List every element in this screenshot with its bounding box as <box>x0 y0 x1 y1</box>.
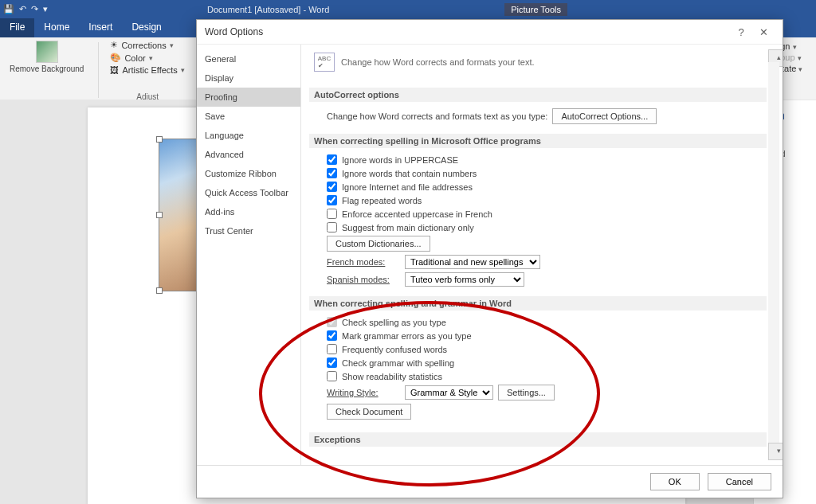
tab-design[interactable]: Design <box>122 18 171 37</box>
spanish-modes-select[interactable]: Tuteo verb forms only <box>405 272 524 287</box>
resize-handle[interactable] <box>156 212 163 218</box>
proofing-banner-text: Change how Word corrects and formats you… <box>341 57 535 67</box>
autocorrect-heading: AutoCorrect options <box>309 88 767 102</box>
word-opt-checkbox-3[interactable] <box>327 357 337 368</box>
options-nav: GeneralDisplayProofingSaveLanguageAdvanc… <box>197 45 301 465</box>
office-opt-checkbox-4[interactable] <box>327 209 337 219</box>
options-nav-proofing[interactable]: Proofing <box>197 88 300 107</box>
exceptions-heading: Exceptions <box>309 432 767 447</box>
options-nav-trust-center[interactable]: Trust Center <box>197 221 300 240</box>
ok-button[interactable]: OK <box>650 473 700 490</box>
custom-dictionaries-button[interactable]: Custom Dictionaries... <box>327 236 430 252</box>
remove-background-label: Remove Background <box>10 64 84 73</box>
word-opt-checkbox-2[interactable] <box>327 344 337 354</box>
spelling-office-heading: When correcting spelling in Microsoft Of… <box>309 134 767 148</box>
remove-background-button[interactable]: Remove Background <box>5 39 88 75</box>
proofing-icon: ABC✔ <box>314 53 335 72</box>
cancel-button[interactable]: Cancel <box>708 473 771 490</box>
autocorrect-options-button[interactable]: AutoCorrect Options... <box>552 108 657 124</box>
options-nav-display[interactable]: Display <box>197 68 300 88</box>
color-button[interactable]: 🎨Color▾ <box>108 52 186 64</box>
spelling-word-heading: When correcting spelling and grammar in … <box>309 296 767 311</box>
options-nav-general[interactable]: General <box>197 49 300 68</box>
tab-home[interactable]: Home <box>34 18 79 37</box>
color-icon: 🎨 <box>110 53 121 63</box>
window-title: Document1 [Autosaved] - Word <box>207 5 329 14</box>
scroll-down-button[interactable]: ▾ <box>768 443 783 460</box>
office-opt-label-4: Enforce accented uppercase in French <box>342 209 492 219</box>
writing-style-select[interactable]: Grammar & Style <box>405 385 493 400</box>
word-opt-label-0: Check spelling as you type <box>342 318 446 327</box>
options-nav-language[interactable]: Language <box>197 126 300 145</box>
office-opt-checkbox-5[interactable] <box>327 222 337 232</box>
artistic-icon: 🖼 <box>110 65 119 75</box>
tab-file[interactable]: File <box>0 18 34 37</box>
word-opt-checkbox-0[interactable] <box>327 317 337 327</box>
qat-customize-icon[interactable]: ▾ <box>43 4 48 14</box>
close-button[interactable]: ✕ <box>752 26 775 38</box>
office-opt-label-2: Ignore Internet and file addresses <box>342 182 473 192</box>
office-opt-label-1: Ignore words that contain numbers <box>342 169 477 178</box>
brightness-icon: ☀ <box>110 40 118 50</box>
word-opt-label-2: Frequently confused words <box>342 345 447 354</box>
office-opt-checkbox-1[interactable] <box>327 168 337 178</box>
word-opt-label-3: Check grammar with spelling <box>342 358 454 368</box>
options-nav-advanced[interactable]: Advanced <box>197 145 300 164</box>
office-opt-label-3: Flag repeated words <box>342 196 422 205</box>
options-nav-save[interactable]: Save <box>197 107 300 126</box>
word-opt-label-4: Show readability statistics <box>342 372 442 381</box>
office-opt-checkbox-3[interactable] <box>327 195 337 205</box>
redo-icon[interactable]: ↷ <box>31 4 38 14</box>
options-nav-add-ins[interactable]: Add-ins <box>197 202 300 221</box>
options-nav-quick-access-toolbar[interactable]: Quick Access Toolbar <box>197 183 300 202</box>
office-opt-checkbox-2[interactable] <box>327 182 337 192</box>
dialog-scrollbar[interactable]: ▴ ▾ <box>768 49 779 460</box>
word-options-dialog: Word Options ? ✕ GeneralDisplayProofingS… <box>196 19 783 498</box>
save-icon[interactable]: 💾 <box>3 4 14 14</box>
spanish-modes-label: Spanish modes: <box>327 275 400 284</box>
corrections-button[interactable]: ☀Corrections▾ <box>108 39 186 51</box>
options-nav-customize-ribbon[interactable]: Customize Ribbon <box>197 164 300 183</box>
office-opt-label-0: Ignore words in UPPERCASE <box>342 155 458 165</box>
french-modes-select[interactable]: Traditional and new spellings <box>405 255 540 269</box>
french-modes-label: French modes: <box>327 257 400 267</box>
help-button[interactable]: ? <box>730 26 752 38</box>
dialog-title: Word Options <box>205 26 263 37</box>
word-opt-checkbox-4[interactable] <box>327 371 337 381</box>
tab-insert[interactable]: Insert <box>79 18 122 37</box>
undo-icon[interactable]: ↶ <box>19 4 26 14</box>
office-opt-label-5: Suggest from main dictionary only <box>342 223 474 232</box>
writing-style-settings-button[interactable]: Settings... <box>498 385 555 400</box>
picture-tools-tab-label: Picture Tools <box>504 3 567 16</box>
resize-handle[interactable] <box>156 136 163 143</box>
writing-style-label: Writing Style: <box>327 388 400 397</box>
app-titlebar: 💾 ↶ ↷ ▾ Document1 [Autosaved] - Word Pic… <box>0 0 816 18</box>
check-document-button[interactable]: Check Document <box>327 404 411 420</box>
office-opt-checkbox-0[interactable] <box>327 154 337 165</box>
remove-background-icon <box>36 41 58 63</box>
resize-handle[interactable] <box>156 287 163 294</box>
word-opt-checkbox-1[interactable] <box>327 330 337 341</box>
artistic-effects-button[interactable]: 🖼Artistic Effects▾ <box>108 64 186 76</box>
word-opt-label-1: Mark grammar errors as you type <box>342 331 472 341</box>
autocorrect-line: Change how Word corrects and formats tex… <box>327 111 547 121</box>
